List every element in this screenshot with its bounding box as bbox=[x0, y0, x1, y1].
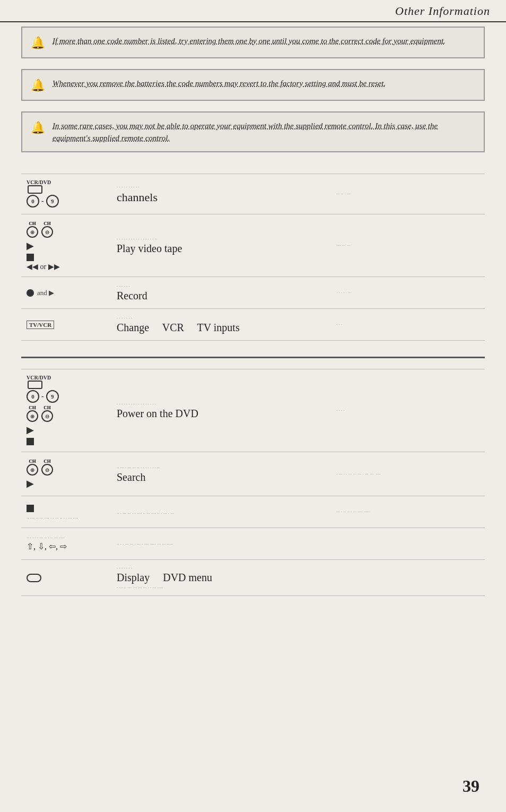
table-row: VCR/DVD 0 - 9 CH ⊕ CH ⊖ ▶ bbox=[21, 369, 485, 452]
faint-tvinputs: · · · bbox=[336, 322, 342, 327]
ch-minus-dvd-circle: ⊖ bbox=[41, 410, 53, 422]
ch-minus-btn: CH ⊖ bbox=[41, 221, 53, 238]
desc-record: Record bbox=[117, 290, 147, 301]
table-row: ·· ···· ·· ··· ···· · · ··· ·· · · ··· ·… bbox=[21, 496, 485, 528]
col-desc-record: · · · · · · Record bbox=[106, 283, 336, 302]
col-desc-dvd-display: · · · · · · · Display DVD menu · · · ·· … bbox=[106, 565, 336, 590]
ch-group-search: CH ⊕ CH ⊖ bbox=[27, 459, 53, 476]
col-right-play: ···· ··· ··· bbox=[336, 243, 485, 248]
col-buttons-dvd-display bbox=[21, 574, 106, 582]
note-box-3: 🔔 In some rare cases, you may not be abl… bbox=[21, 111, 485, 152]
btn-0: 0 bbox=[27, 195, 39, 208]
note-icon-1: 🔔 bbox=[31, 36, 45, 50]
vcr-dvd-label-dvd: VCR/DVD bbox=[27, 375, 51, 381]
ch-plus-dvd-circle: ⊕ bbox=[27, 410, 38, 422]
col-desc-channels: · · · · · · · · · · channels bbox=[106, 184, 336, 204]
row-top-note-dvd-display: · · · · · · · bbox=[117, 565, 326, 571]
faint-record: · · · · · ·· bbox=[336, 290, 351, 295]
desc-tvinputs: Change VCR TV inputs bbox=[117, 322, 240, 333]
row-top-note-dvd-search: ·· ··· · ··· ··· ·· · · · · · · · ·· bbox=[117, 465, 326, 470]
ch-minus-dvd: CH ⊖ bbox=[41, 405, 53, 422]
note-icon-3: 🔔 bbox=[31, 121, 45, 135]
ch-minus-search: CH ⊖ bbox=[41, 459, 53, 476]
btn-9-dvd: 9 bbox=[46, 390, 59, 403]
row-top-note-play: · · · · · · · · · · · · · · · · ·· bbox=[117, 236, 326, 241]
col-desc-tvinputs: · · · · · · · Change VCR TV inputs bbox=[106, 315, 336, 334]
faint-channels: ··· ·· · ··· bbox=[336, 191, 351, 196]
ch-group: CH ⊕ CH ⊖ bbox=[27, 221, 53, 238]
col-buttons-dvd-arrows: ·· ···· ·· ··· ···· · · ··· ·· · · ··· ·… bbox=[21, 504, 106, 521]
oval-button bbox=[27, 574, 41, 582]
row-top-note-record: · · · · · · bbox=[117, 283, 326, 289]
ch-minus-label: CH bbox=[43, 221, 51, 226]
stop-btn-arrows bbox=[27, 505, 34, 512]
arrow-keys: ⇧, ⇩, ⇦, ⇨ bbox=[27, 541, 67, 551]
ch-plus-dvd: CH ⊕ bbox=[27, 405, 38, 422]
col-desc-dvd-power: · · · · · · · · · · · · · · · · · Power … bbox=[106, 401, 336, 420]
table-row: CH ⊕ CH ⊖ ▶ ·· ··· · ··· ··· ·· · · · · … bbox=[21, 452, 485, 496]
ch-plus-btn: CH ⊕ bbox=[27, 221, 38, 238]
note-box-2: 🔔 Whenever you remove the batteries the … bbox=[21, 69, 485, 101]
faint-dvd-search: · ··· · · ··· ··· ··· · ··· ···· ···· bbox=[336, 471, 380, 477]
col-buttons-channels: VCR/DVD 0 - 9 bbox=[21, 179, 106, 209]
note-text-2: Whenever you remove the batteries the co… bbox=[53, 77, 386, 90]
faint-dvd-power: · · · · bbox=[336, 408, 345, 413]
table-row: VCR/DVD 0 - 9 · · · · · · · · · · channe… bbox=[21, 174, 485, 214]
btn-circle-group: 0 - 9 bbox=[27, 195, 59, 208]
col-right-record: · · · · · ·· bbox=[336, 290, 485, 296]
ch-plus-dvd-label: CH bbox=[29, 405, 36, 410]
col-right-dvd-search: · ··· · · ··· ··· ··· · ··· ···· ···· bbox=[336, 471, 485, 477]
col-right-channels: ··· ·· · ··· bbox=[336, 191, 485, 197]
desc-dvd-display: Display DVD menu bbox=[117, 572, 212, 583]
col-buttons-play: CH ⊕ CH ⊖ ▶ ◀◀ or ▶▶ bbox=[21, 220, 106, 271]
col-desc-play: · · · · · · · · · · · · · · · · ·· Play … bbox=[106, 236, 336, 255]
btn-circle-group-dvd: 0 - 9 bbox=[27, 390, 59, 403]
ch-plus-search-circle: ⊕ bbox=[27, 464, 38, 476]
rew-ff-buttons: ◀◀ or ▶▶ bbox=[27, 262, 60, 271]
vcr-function-table: VCR/DVD 0 - 9 · · · · · · · · · · channe… bbox=[21, 174, 485, 341]
ch-plus-search: CH ⊕ bbox=[27, 459, 38, 476]
col-buttons-dvd-search: CH ⊕ CH ⊖ ▶ bbox=[21, 457, 106, 490]
desc-dvd-power: Power on the DVD bbox=[117, 408, 198, 419]
and-label: and ▶ bbox=[37, 289, 54, 297]
table-row: ·· · · · · ··· ·· · ·· ··· · ··· ⇧, ⇩, ⇦… bbox=[21, 528, 485, 560]
row-top-note-dvd-power: · · · · · · · · · · · · · · · · · bbox=[117, 401, 326, 407]
col-desc-dvd-nav: ·· · · ··· ··· · ··· · ···· ····· ··· ··… bbox=[106, 541, 336, 547]
vcr-dvd-icon-dvd bbox=[28, 381, 42, 389]
table-row: and ▶ · · · · · · Record · · · · · ·· bbox=[21, 277, 485, 309]
row-top-note: · · · · · · · · · · bbox=[117, 184, 326, 189]
col-desc-dvd-arrows: ·· · ··· ··· · · ···· ·· ··· ···· ·· · ·… bbox=[106, 507, 336, 517]
note-text-3: In some rare cases, you may not be able … bbox=[53, 120, 475, 144]
page-content: 🔔 If more than one code number is listed… bbox=[0, 0, 506, 617]
row-top-note-tvinputs: · · · · · · · bbox=[117, 315, 326, 321]
desc-channels: channels bbox=[117, 191, 158, 204]
faint-nav-left: ·· · · · · ··· ·· · ·· ··· · ··· bbox=[27, 535, 65, 540]
table-row: TV/VCR · · · · · · · Change VCR TV input… bbox=[21, 309, 485, 341]
tv-vcr-button: TV/VCR bbox=[27, 321, 54, 329]
play-btn-dvd: ▶ bbox=[27, 424, 34, 436]
stop-button bbox=[27, 254, 34, 261]
btn-dash: - bbox=[41, 197, 44, 205]
btn-dash-dvd: - bbox=[41, 392, 44, 401]
header-title: Other Information bbox=[395, 4, 490, 18]
ch-group-dvd: CH ⊕ CH ⊖ bbox=[27, 405, 53, 422]
col-right-tvinputs: · · · bbox=[336, 322, 485, 327]
faint-nav-desc: ·· · · ··· ··· · ··· · ···· ····· ··· ··… bbox=[117, 541, 326, 547]
col-desc-dvd-search: ·· ··· · ··· ··· ·· · · · · · · · ·· Sea… bbox=[106, 465, 336, 483]
dvd-function-table: VCR/DVD 0 - 9 CH ⊕ CH ⊖ ▶ bbox=[21, 369, 485, 596]
page-number: 39 bbox=[463, 776, 479, 796]
rec-group: and ▶ bbox=[27, 289, 54, 297]
faint-arrows-right: ··· · ·· ···· ··· ···· ····· bbox=[336, 509, 370, 514]
note-text-1: If more than one code number is listed, … bbox=[53, 35, 446, 47]
section-divider bbox=[21, 357, 485, 358]
faint-row-desc: ·· · ··· ··· · · ···· ·· ··· ···· ·· · ·… bbox=[117, 511, 174, 516]
table-row: CH ⊕ CH ⊖ ▶ ◀◀ or ▶▶ · · · · · · · · · ·… bbox=[21, 214, 485, 277]
ch-plus-circle: ⊕ bbox=[27, 226, 38, 238]
faint-row-left: ·· ···· ·· ··· ···· · · ··· ·· · · ··· ·… bbox=[27, 515, 78, 521]
col-right-dvd-power: · · · · bbox=[336, 408, 485, 413]
ch-plus-search-label: CH bbox=[29, 459, 36, 464]
faint-play: ···· ··· ··· bbox=[336, 243, 351, 248]
btn-0-dvd: 0 bbox=[27, 390, 39, 403]
col-buttons-dvd-power: VCR/DVD 0 - 9 CH ⊕ CH ⊖ ▶ bbox=[21, 375, 106, 446]
ch-minus-dvd-label: CH bbox=[43, 405, 51, 410]
